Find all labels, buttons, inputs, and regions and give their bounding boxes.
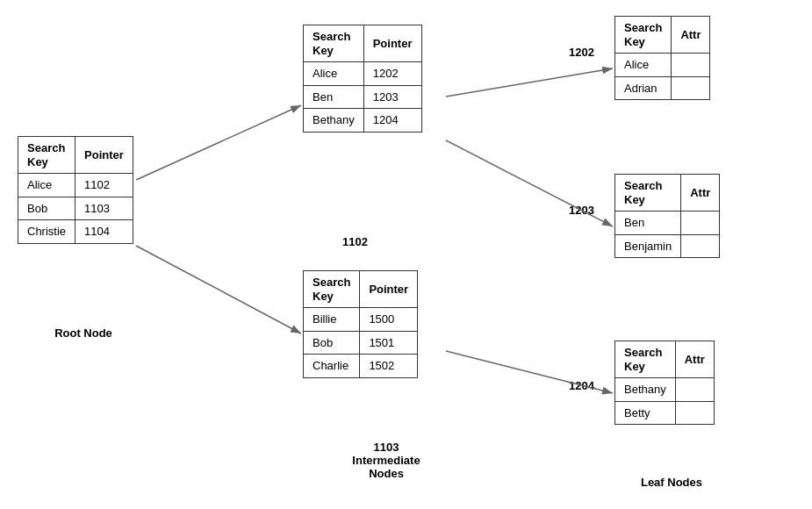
table-row: Benjamin	[615, 234, 720, 258]
int1-row2-key: Ben	[304, 85, 364, 109]
leaf-1203-label: 1203	[569, 204, 594, 217]
leaf1202-row2-attr	[672, 76, 710, 100]
leaf-1202-label: 1202	[569, 46, 594, 59]
diagram-container: SearchKey Pointer Alice 1102 Bob 1103 Ch…	[0, 0, 812, 509]
leaf1203-header-attr: Attr	[681, 175, 720, 211]
arrow-root-to-int1	[136, 105, 301, 180]
table-row: Charlie 1502	[304, 355, 418, 378]
table-row: Billie 1500	[304, 308, 418, 332]
int2-header-pointer: Pointer	[360, 271, 418, 308]
int-node-1103-id: 1103	[374, 441, 399, 454]
int2-header-search-key: SearchKey	[304, 271, 360, 308]
int2-row1-ptr: 1500	[360, 308, 418, 332]
leaf-1204-label: 1204	[569, 379, 594, 392]
table-row: Adrian	[615, 76, 710, 100]
int-node-nodes: Nodes	[369, 467, 404, 480]
table-row: Bethany 1204	[304, 109, 422, 133]
root-header-search-key: SearchKey	[18, 137, 75, 174]
leaf1202-header-attr: Attr	[672, 17, 710, 54]
leaf1203-row1-attr	[681, 211, 720, 235]
int1-row1-key: Alice	[304, 62, 364, 86]
int2-row3-key: Charlie	[304, 355, 360, 378]
root-row3-ptr: 1104	[75, 220, 133, 244]
leaf1204-row2-key: Betty	[615, 401, 676, 425]
int-node-1102-label: 1102	[342, 235, 368, 248]
int2-row3-ptr: 1502	[360, 355, 418, 378]
intermediate-node-1102-table: SearchKey Pointer Alice 1202 Ben 1203 Be…	[303, 25, 422, 133]
leaf1202-header-search-key: SearchKey	[615, 17, 672, 54]
leaf-node-1203-table: SearchKey Attr Ben Benjamin	[614, 174, 720, 258]
leaf-nodes-label: Leaf Nodes	[614, 476, 729, 489]
root-row1-key: Alice	[18, 174, 75, 197]
int2-row1-key: Billie	[304, 308, 360, 332]
int2-row2-ptr: 1501	[360, 331, 418, 355]
leaf1203-row1-key: Ben	[615, 211, 681, 235]
root-node-table: SearchKey Pointer Alice 1102 Bob 1103 Ch…	[18, 136, 133, 244]
arrow-int1-to-leaf1202	[446, 68, 613, 97]
int1-row3-ptr: 1204	[363, 109, 421, 133]
table-row: Bob 1103	[18, 197, 133, 220]
table-row: Christie 1104	[18, 220, 133, 244]
leaf1202-row1-key: Alice	[615, 54, 672, 77]
root-row1-ptr: 1102	[75, 174, 133, 197]
arrow-root-to-int2	[136, 246, 301, 333]
leaf1202-row1-attr	[672, 54, 710, 77]
leaf1203-header-search-key: SearchKey	[615, 175, 681, 211]
leaf-node-1202-table: SearchKey Attr Alice Adrian	[614, 16, 710, 100]
leaf1204-row2-attr	[675, 401, 714, 425]
int1-row3-key: Bethany	[304, 109, 364, 133]
table-row: Bethany	[615, 378, 715, 402]
table-row: Alice 1202	[304, 62, 422, 86]
int2-row2-key: Bob	[304, 331, 360, 355]
leaf1204-row1-attr	[675, 378, 714, 402]
int1-row2-ptr: 1203	[363, 85, 421, 109]
table-row: Alice 1102	[18, 174, 133, 197]
leaf1204-header-attr: Attr	[675, 341, 714, 378]
root-node-label: Root Node	[26, 326, 140, 340]
root-row2-key: Bob	[18, 197, 75, 220]
table-row: Ben	[615, 211, 720, 235]
root-row3-key: Christie	[18, 220, 75, 244]
leaf1203-row2-attr	[681, 234, 720, 258]
intermediate-node-1103-table: SearchKey Pointer Billie 1500 Bob 1501 C…	[303, 270, 418, 378]
int1-row1-ptr: 1202	[363, 62, 421, 86]
int1-header-search-key: SearchKey	[304, 25, 364, 62]
int-node-intermediate: Intermediate	[352, 454, 420, 467]
leaf1202-row2-key: Adrian	[615, 76, 672, 100]
table-row: Ben 1203	[304, 85, 422, 109]
table-row: Alice	[615, 54, 710, 77]
leaf1204-row1-key: Bethany	[615, 378, 676, 402]
int1-header-pointer: Pointer	[363, 25, 421, 62]
int-node-1103-label: 1103 Intermediate Nodes	[325, 441, 448, 480]
leaf1204-header-search-key: SearchKey	[615, 341, 676, 378]
root-row2-ptr: 1103	[75, 197, 133, 220]
root-header-pointer: Pointer	[75, 137, 133, 174]
leaf-node-1204-table: SearchKey Attr Bethany Betty	[614, 341, 715, 425]
table-row: Betty	[615, 401, 715, 425]
leaf1203-row2-key: Benjamin	[615, 234, 681, 258]
table-row: Bob 1501	[304, 331, 418, 355]
